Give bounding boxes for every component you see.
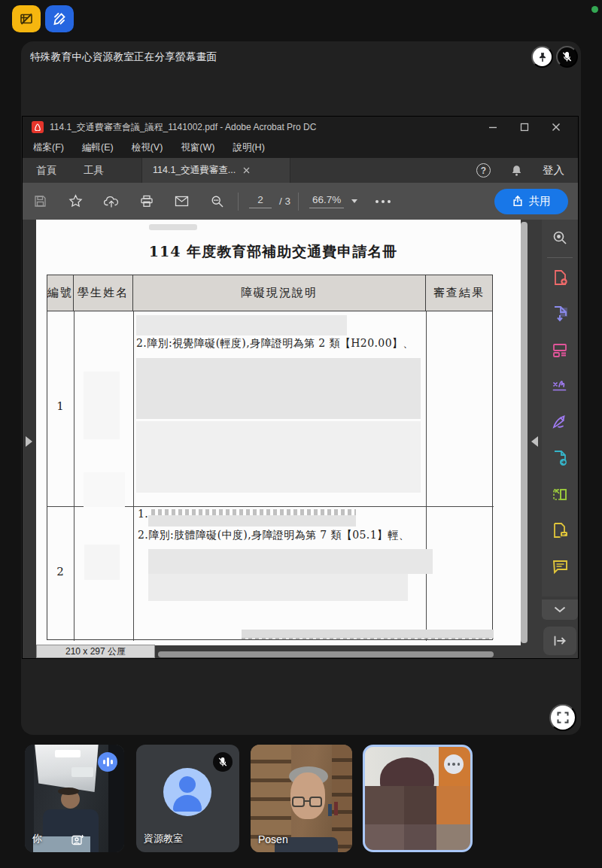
page-number-input[interactable]: 2 [249, 194, 272, 208]
chevron-down-icon[interactable] [351, 199, 357, 203]
more-tools-chevron[interactable] [542, 599, 578, 620]
participant-tile-you[interactable]: 你 [25, 745, 124, 852]
more-tools-button[interactable] [375, 200, 391, 203]
avatar [163, 768, 211, 816]
participant-tile-resource-room[interactable]: 資源教室 [136, 745, 239, 852]
expand-tools-pane-button[interactable] [543, 627, 576, 655]
mic-off-icon [561, 51, 573, 62]
crop-pages-icon[interactable] [542, 476, 578, 512]
save-icon[interactable] [23, 183, 58, 220]
pdf-table: 編號 學生姓名 障礙現況說明 審查結果 1 [47, 275, 493, 640]
table-gridline [74, 311, 74, 641]
comment-icon[interactable] [542, 548, 578, 584]
tab-tools[interactable]: 工具 [70, 158, 117, 183]
page-artifact [149, 224, 197, 230]
toolbar-divider [238, 193, 239, 211]
redacted-text [84, 372, 120, 439]
find-icon[interactable] [542, 220, 578, 256]
audio-level-indicator [98, 752, 117, 772]
notifications-bell-icon[interactable] [510, 164, 523, 178]
open-left-panel-icon[interactable] [26, 436, 32, 447]
send-file-icon[interactable] [542, 440, 578, 476]
presence-indicator [591, 6, 598, 13]
create-pdf-icon[interactable] [542, 259, 578, 296]
screen-share-banner: 特殊教育中心資源教室正在分享螢幕畫面 [30, 50, 217, 64]
draw-pen-icon[interactable] [542, 404, 578, 440]
participant-muted-button[interactable] [556, 46, 578, 68]
fullscreen-button[interactable] [549, 704, 576, 731]
right-tools-panel [542, 220, 578, 596]
redacted-text [136, 315, 347, 335]
help-button[interactable]: ? [476, 163, 491, 178]
participant-tile-active-speaker[interactable] [363, 745, 473, 852]
col-header-name: 學生姓名 [74, 275, 133, 311]
share-button[interactable]: 共用 [494, 189, 568, 214]
tab-home[interactable]: 首頁 [23, 158, 70, 183]
organize-pages-icon[interactable] [542, 332, 578, 368]
tab-close-icon[interactable] [243, 167, 250, 174]
cloud-upload-icon[interactable] [93, 183, 129, 220]
table-header-row: 編號 學生姓名 障礙現況說明 審查結果 [47, 275, 492, 311]
participant-name: 資源教室 [144, 832, 183, 845]
participant-name: Posen [258, 833, 288, 845]
partially-covered-text [151, 509, 356, 515]
window-titlebar[interactable]: 114.1_交通費審查會議_議程_1141002.pdf - Adobe Acr… [23, 117, 578, 138]
search-icon[interactable] [199, 183, 235, 220]
row1-disability-line: 2.障別:視覺障礙(輕度),身障證明為第 2 類【H20.00】、 [136, 337, 414, 351]
share-label: 共用 [529, 194, 551, 208]
redacted-text [148, 574, 408, 601]
meet-screen: 特殊教育中心資源教室正在分享螢幕畫面 114.1_交通費審查會議_議程_1141… [0, 0, 602, 868]
panel-divider [547, 257, 573, 258]
redacted-text [136, 358, 421, 419]
menu-window[interactable]: 視窗(W) [181, 141, 214, 154]
request-signatures-icon[interactable] [542, 512, 578, 548]
minimize-button[interactable] [477, 117, 509, 137]
sign-in-button[interactable]: 登入 [543, 163, 564, 178]
page-size-status: 210 x 297 公厘 [36, 645, 155, 658]
collapse-right-panel-icon[interactable] [531, 436, 538, 447]
grid-off-icon [19, 11, 34, 26]
pen-icon [52, 11, 67, 26]
pin-button[interactable] [531, 46, 553, 68]
col-header-no: 編號 [47, 275, 74, 311]
fill-sign-icon[interactable] [542, 368, 578, 404]
horizontal-scrollbar[interactable] [158, 651, 494, 657]
menu-file[interactable]: 檔案(F) [33, 141, 64, 154]
row2-number: 2 [50, 565, 70, 578]
table-gridline [133, 311, 134, 641]
email-icon[interactable] [164, 183, 199, 220]
tab-document[interactable]: 114.1_交通費審查... [141, 158, 290, 183]
maximize-button[interactable] [509, 117, 540, 137]
mic-off-icon [213, 752, 233, 772]
toolbar: 2 / 3 66.7% 共用 [23, 183, 578, 220]
pdf-doc-title: 114 年度教育部補助交通費申請名冊 [36, 242, 510, 262]
tile-more-options-button[interactable] [444, 754, 464, 774]
table-gridline [426, 311, 427, 641]
window-title: 114.1_交通費審查會議_議程_1141002.pdf - Adobe Acr… [50, 121, 316, 134]
export-pdf-icon[interactable] [542, 296, 578, 332]
menu-view[interactable]: 檢視(V) [132, 141, 163, 154]
page-total-label: / 3 [279, 196, 290, 207]
pdf-page: 114 年度教育部補助交通費申請名冊 編號 學生姓名 障礙現況說明 審查結果 [36, 220, 521, 645]
menu-help[interactable]: 說明(H) [233, 141, 264, 154]
toolbar-divider [298, 193, 299, 211]
partially-covered-text [242, 638, 494, 639]
grid-off-button[interactable] [12, 5, 41, 32]
close-button[interactable] [540, 117, 572, 137]
row2-line1-prefix: 1. [138, 508, 148, 520]
participant-tile-posen[interactable]: Posen [251, 745, 352, 852]
pin-icon [537, 52, 548, 62]
redacted-text [148, 515, 356, 527]
star-icon[interactable] [58, 183, 93, 220]
redacted-text [136, 421, 421, 493]
fullscreen-icon [557, 712, 569, 724]
menu-edit[interactable]: 編輯(E) [82, 141, 114, 154]
col-header-desc: 障礙現況說明 [133, 275, 426, 311]
vertical-scrollbar[interactable] [521, 222, 528, 643]
self-view-effects-icon[interactable] [71, 834, 84, 845]
print-icon[interactable] [129, 183, 164, 220]
annotate-pen-button[interactable] [45, 5, 74, 32]
col-header-result: 審查結果 [426, 275, 492, 311]
zoom-control[interactable]: 66.7% [309, 194, 357, 208]
zoom-level-value[interactable]: 66.7% [309, 194, 344, 208]
